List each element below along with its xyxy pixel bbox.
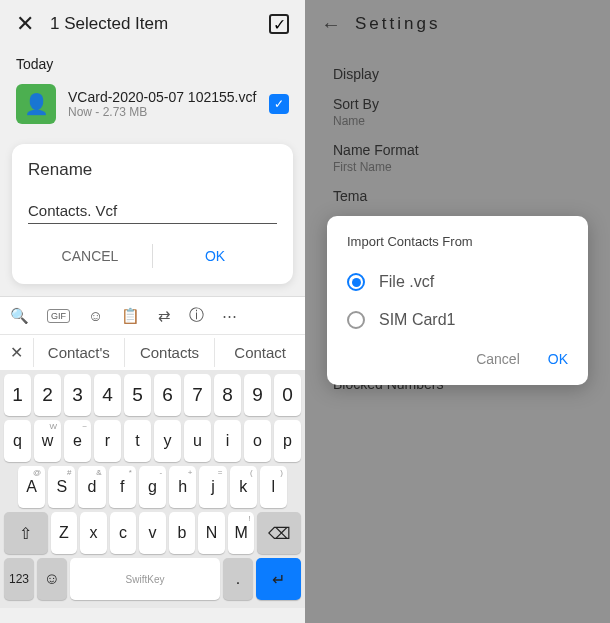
file-name: VCard-2020-05-07 102155.vcf <box>68 89 257 105</box>
rename-dialog: Rename CANCEL OK <box>12 144 293 284</box>
key-g[interactable]: -g <box>139 466 166 508</box>
key-b[interactable]: b <box>169 512 196 554</box>
numeric-key[interactable]: 123 <box>4 558 34 600</box>
file-row[interactable]: 👤 VCard-2020-05-07 102155.vcf Now - 2.73… <box>0 76 305 132</box>
key-9[interactable]: 9 <box>244 374 271 416</box>
period-key[interactable]: . <box>223 558 253 600</box>
key-v[interactable]: v <box>139 512 166 554</box>
dismiss-suggestions-icon[interactable]: ✕ <box>0 343 33 362</box>
key-3[interactable]: 3 <box>64 374 91 416</box>
info-icon[interactable]: ⓘ <box>189 306 204 325</box>
file-info: VCard-2020-05-07 102155.vcf Now - 2.73 M… <box>68 89 257 119</box>
key-l[interactable]: )l <box>260 466 287 508</box>
close-icon[interactable]: ✕ <box>16 11 34 37</box>
key-q[interactable]: q <box>4 420 31 462</box>
option-label: SIM Card1 <box>379 311 455 329</box>
rename-input[interactable] <box>28 198 277 224</box>
key-8[interactable]: 8 <box>214 374 241 416</box>
key-y[interactable]: y <box>154 420 181 462</box>
import-option-sim[interactable]: SIM Card1 <box>347 301 568 339</box>
import-ok-button[interactable]: OK <box>548 351 568 367</box>
more-icon[interactable]: ⋯ <box>222 307 237 325</box>
right-panel: ← Settings DisplaySort ByNameName Format… <box>305 0 610 623</box>
ok-button[interactable]: OK <box>153 244 277 268</box>
select-all-checkbox[interactable]: ✓ <box>269 14 289 34</box>
key-d[interactable]: &d <box>78 466 105 508</box>
key-i[interactable]: i <box>214 420 241 462</box>
key-u[interactable]: u <box>184 420 211 462</box>
vcard-icon: 👤 <box>16 84 56 124</box>
option-label: File .vcf <box>379 273 434 291</box>
key-0[interactable]: 0 <box>274 374 301 416</box>
key-f[interactable]: *f <box>109 466 136 508</box>
key-p[interactable]: p <box>274 420 301 462</box>
key-j[interactable]: =j <box>199 466 226 508</box>
import-dialog: Import Contacts From File .vcf SIM Card1… <box>327 216 588 385</box>
key-1[interactable]: 1 <box>4 374 31 416</box>
emoji-key[interactable]: ☺ <box>37 558 67 600</box>
radio-selected-icon <box>347 273 365 291</box>
cancel-button[interactable]: CANCEL <box>28 244 153 268</box>
key-6[interactable]: 6 <box>154 374 181 416</box>
sticker-icon[interactable]: ☺ <box>88 307 103 324</box>
selection-header: ✕ 1 Selected Item ✓ <box>0 0 305 48</box>
clipboard-icon[interactable]: 📋 <box>121 307 140 325</box>
key-t[interactable]: t <box>124 420 151 462</box>
translate-icon[interactable]: ⇄ <box>158 307 171 325</box>
suggestion-1[interactable]: Contact's <box>33 338 124 367</box>
key-o[interactable]: o <box>244 420 271 462</box>
backspace-key[interactable]: ⌫ <box>257 512 301 554</box>
rename-title: Rename <box>28 160 277 180</box>
spacebar-key[interactable]: SwiftKey <box>70 558 220 600</box>
key-7[interactable]: 7 <box>184 374 211 416</box>
left-panel: ✕ 1 Selected Item ✓ Today 👤 VCard-2020-0… <box>0 0 305 623</box>
file-meta: Now - 2.73 MB <box>68 105 257 119</box>
shift-key[interactable]: ⇧ <box>4 512 48 554</box>
key-m[interactable]: !M <box>228 512 255 554</box>
key-e[interactable]: ~e <box>64 420 91 462</box>
key-c[interactable]: c <box>110 512 137 554</box>
key-s[interactable]: #S <box>48 466 75 508</box>
keyboard: 1234567890 qWw~ertyuiop @A#S&d*f-g+h=j(k… <box>0 370 305 608</box>
key-4[interactable]: 4 <box>94 374 121 416</box>
suggestion-2[interactable]: Contacts <box>124 338 215 367</box>
header-title: 1 Selected Item <box>50 14 253 34</box>
import-title: Import Contacts From <box>347 234 568 249</box>
key-h[interactable]: +h <box>169 466 196 508</box>
key-r[interactable]: r <box>94 420 121 462</box>
key-x[interactable]: x <box>80 512 107 554</box>
file-checkbox[interactable]: ✓ <box>269 94 289 114</box>
key-w[interactable]: Ww <box>34 420 61 462</box>
keyboard-toolbar: 🔍 GIF ☺ 📋 ⇄ ⓘ ⋯ <box>0 296 305 334</box>
section-today: Today <box>0 48 305 76</box>
search-icon[interactable]: 🔍 <box>10 307 29 325</box>
radio-unselected-icon <box>347 311 365 329</box>
import-option-file[interactable]: File .vcf <box>347 263 568 301</box>
key-n[interactable]: N <box>198 512 225 554</box>
suggestion-bar: ✕ Contact's Contacts Contact <box>0 334 305 370</box>
key-a[interactable]: @A <box>18 466 45 508</box>
import-cancel-button[interactable]: Cancel <box>476 351 520 367</box>
key-k[interactable]: (k <box>230 466 257 508</box>
suggestion-3[interactable]: Contact <box>214 338 305 367</box>
gif-icon[interactable]: GIF <box>47 309 70 323</box>
key-z[interactable]: Z <box>51 512 78 554</box>
key-5[interactable]: 5 <box>124 374 151 416</box>
key-2[interactable]: 2 <box>34 374 61 416</box>
enter-key[interactable]: ↵ <box>256 558 301 600</box>
